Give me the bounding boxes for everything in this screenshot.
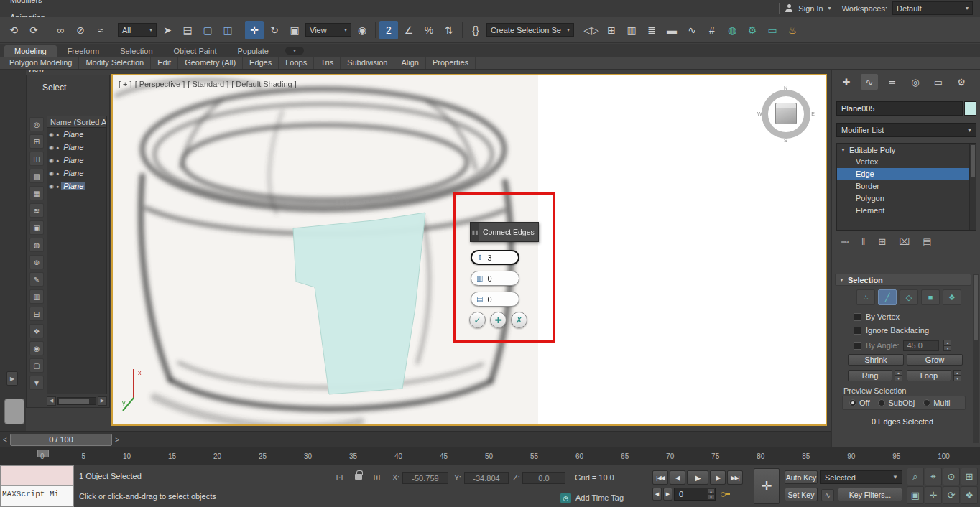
filter-spacewarps-icon[interactable]: ▣ — [29, 220, 44, 235]
select-and-rotate-icon[interactable]: ↻ — [265, 21, 284, 39]
ribbon-panel-button[interactable]: Edges — [243, 57, 279, 69]
time-slider-handle[interactable]: 0 / 100 — [10, 434, 112, 446]
next-frame-button[interactable]: |▶ — [710, 470, 726, 485]
filter-bones-icon[interactable]: ✎ — [29, 272, 44, 287]
scene-explorer-toggle-icon[interactable]: ▥ — [622, 21, 641, 39]
explorer-row[interactable]: ◉ ● Plane — [47, 141, 106, 154]
ribbon-panel-button[interactable]: Subdivision — [341, 57, 394, 69]
polygon-subobject-icon[interactable]: ■ — [921, 289, 940, 305]
sign-in-button[interactable]: Sign In — [798, 4, 823, 13]
maximize-viewport-icon[interactable]: ❖ — [961, 486, 978, 504]
spinner-value[interactable]: 3 — [487, 254, 491, 262]
next-key-button[interactable]: ▶ — [663, 488, 672, 501]
ribbon-panel-button[interactable]: Properties — [426, 57, 476, 69]
curve-editor-icon[interactable]: ∿ — [683, 21, 701, 39]
frame-spinner[interactable]: ▴▾ — [707, 488, 715, 500]
segments-spinner[interactable]: ⇕ 3 — [471, 250, 519, 265]
by-angle-spinner[interactable]: ▴▾ — [943, 340, 951, 351]
ribbon-panel-button[interactable]: Align — [394, 57, 425, 69]
z-coord-field[interactable]: 0.0 — [522, 472, 565, 484]
utilities-tab-icon[interactable]: ⚙ — [953, 74, 970, 90]
visibility-eye-icon[interactable]: ◉ — [49, 157, 54, 164]
select-object-icon[interactable]: ➤ — [158, 21, 177, 39]
viewport-shading-menu[interactable]: [ Default Shading ] — [231, 80, 297, 88]
zoom-icon[interactable]: ⌕ — [907, 468, 924, 485]
element-subobject-icon[interactable]: ❖ — [943, 289, 961, 305]
zoom-all-icon[interactable]: ⌖ — [925, 468, 942, 485]
select-and-scale-icon[interactable]: ▣ — [285, 21, 304, 39]
cancel-button[interactable]: ✗ — [511, 312, 527, 328]
window-crossing-icon[interactable]: ◫ — [218, 21, 237, 39]
shrink-button[interactable]: Shrink — [848, 354, 904, 366]
previous-frame-arrow[interactable]: < — [0, 434, 10, 446]
ribbon-tab[interactable]: Selection — [110, 45, 162, 57]
vertex-subobject-icon[interactable]: ∴ — [856, 289, 875, 305]
key-filters-button[interactable]: Key Filters... — [838, 488, 902, 501]
ribbon-minimize-toggle[interactable]: ▾ — [285, 47, 304, 55]
display-tab-icon[interactable]: ▭ — [930, 74, 947, 90]
explorer-row[interactable]: ◉ ● Plane — [47, 128, 106, 141]
workspaces-dropdown[interactable]: Default ▾ — [892, 1, 973, 15]
selection-rollout-header[interactable]: ▼ Selection — [835, 274, 971, 286]
time-slider[interactable]: < 0 / 100 > — [0, 431, 831, 447]
angle-snap-icon[interactable]: ∠ — [399, 21, 418, 39]
selection-region-icon[interactable]: ▢ — [198, 21, 217, 39]
select-by-name-icon[interactable]: ▤ — [178, 21, 197, 39]
stack-root-item[interactable]: ▼ Editable Poly — [837, 144, 976, 156]
visibility-eye-icon[interactable]: ◉ — [49, 170, 54, 177]
filter-cameras-icon[interactable]: ▦ — [29, 186, 44, 200]
spinner-value[interactable]: 0 — [487, 274, 491, 283]
macro-recorder-pane[interactable] — [1, 466, 73, 486]
key-selection-set-dropdown[interactable]: Selected ▼ — [820, 470, 902, 484]
radio-icon[interactable] — [878, 399, 885, 406]
default-tangent-icon[interactable]: ∿ — [821, 489, 834, 501]
ribbon-panel-button[interactable]: Modify Selection — [79, 57, 151, 69]
selection-lock-icon[interactable] — [355, 474, 362, 480]
show-end-result-icon[interactable]: ‖ — [861, 236, 865, 247]
set-key-button[interactable]: Set Key — [785, 488, 818, 501]
viewport-pov-menu[interactable]: [ Perspective ] — [135, 80, 185, 88]
filter-shapes-icon[interactable]: ◫ — [29, 152, 44, 166]
scroll-thumb[interactable] — [59, 399, 89, 404]
ribbon-toggle-icon[interactable]: ▬ — [662, 21, 681, 39]
loop-spinner[interactable]: ▴▾ — [953, 370, 961, 381]
radio-icon[interactable] — [923, 399, 930, 406]
ribbon-tab[interactable]: Populate — [227, 45, 278, 57]
by-angle-field[interactable]: 45.0 — [903, 340, 939, 351]
preview-radio-option[interactable]: SubObj — [878, 399, 915, 407]
viewport-renderer-menu[interactable]: [ Standard ] — [188, 80, 228, 88]
ignore-backfacing-checkbox[interactable] — [854, 327, 861, 335]
perspective-viewport[interactable]: [ + ] [ Perspective ] [ Standard ] [ Def… — [111, 74, 827, 426]
visibility-eye-icon[interactable]: ◉ — [49, 144, 54, 151]
current-frame-field[interactable]: 0 ▴▾ — [674, 488, 716, 501]
schematic-view-icon[interactable]: # — [703, 21, 721, 39]
reference-coordinate-dropdown[interactable]: View ▾ — [305, 23, 351, 37]
scroll-left-button[interactable]: ◀ — [47, 396, 56, 406]
modify-tab-icon[interactable]: ∿ — [861, 74, 878, 90]
ring-button[interactable]: Ring — [848, 370, 892, 381]
preview-radio-option[interactable]: Multi — [923, 399, 950, 407]
selected-polygon-object[interactable] — [113, 75, 826, 424]
spinner-icon[interactable]: ⇕ — [477, 254, 483, 261]
use-pivot-center-icon[interactable]: ◉ — [353, 21, 371, 39]
object-name-field[interactable]: Plane005 — [836, 101, 963, 116]
pinch-spinner[interactable]: ▥ 0 — [471, 271, 519, 286]
explorer-row[interactable]: ◉ ● Plane — [47, 167, 106, 180]
filter-lights-icon[interactable]: ▤ — [29, 169, 44, 183]
ribbon-tab[interactable]: Modeling — [4, 45, 57, 57]
play-button[interactable]: ▶ — [687, 470, 708, 485]
scroll-thumb[interactable] — [974, 275, 978, 340]
pin-stack-icon[interactable]: ⊸ — [841, 236, 849, 247]
preview-radio-option[interactable]: Off — [849, 399, 869, 407]
undo-icon[interactable]: ⟲ — [4, 21, 23, 39]
object-color-swatch[interactable] — [964, 101, 976, 116]
ok-button[interactable]: ✓ — [469, 312, 486, 328]
menu-item[interactable]: Modifiers — [3, 0, 66, 9]
ribbon-panel-button[interactable]: Geometry (All) — [178, 57, 243, 69]
remove-modifier-icon[interactable]: ⌧ — [899, 236, 910, 247]
absolute-offset-toggle-icon[interactable]: ⊞ — [371, 471, 383, 483]
make-unique-icon[interactable]: ⊞ — [878, 236, 886, 247]
caddy-grip-icon[interactable]: ▮▮ — [471, 223, 479, 241]
render-production-icon[interactable]: ♨ — [783, 21, 802, 39]
stack-scrollbar[interactable] — [969, 144, 976, 230]
